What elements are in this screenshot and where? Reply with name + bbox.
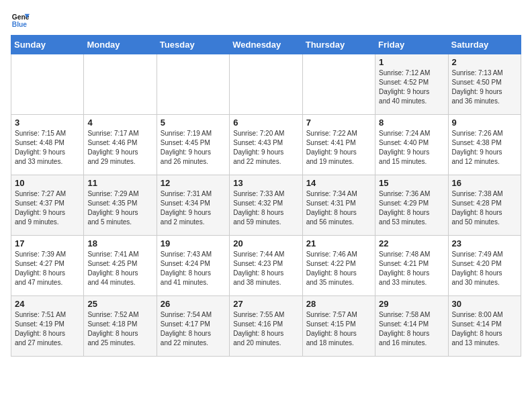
day-cell: 4Sunrise: 7:17 AM Sunset: 4:46 PM Daylig…	[84, 115, 157, 175]
header-cell-monday: Monday	[84, 36, 157, 54]
day-number: 19	[161, 238, 226, 248]
day-info: Sunrise: 7:46 AM Sunset: 4:22 PM Dayligh…	[306, 250, 371, 287]
day-info: Sunrise: 7:39 AM Sunset: 4:27 PM Dayligh…	[15, 250, 80, 287]
day-info: Sunrise: 7:13 AM Sunset: 4:50 PM Dayligh…	[452, 68, 517, 106]
header-cell-friday: Friday	[375, 36, 448, 54]
day-number: 24	[15, 299, 80, 309]
day-number: 14	[306, 178, 371, 188]
day-number: 17	[15, 238, 80, 248]
day-cell: 22Sunrise: 7:48 AM Sunset: 4:21 PM Dayli…	[375, 236, 448, 296]
day-number: 22	[379, 238, 444, 248]
day-info: Sunrise: 7:44 AM Sunset: 4:23 PM Dayligh…	[233, 250, 298, 287]
day-info: Sunrise: 7:24 AM Sunset: 4:40 PM Dayligh…	[379, 129, 444, 167]
day-cell: 13Sunrise: 7:33 AM Sunset: 4:32 PM Dayli…	[230, 175, 302, 236]
day-cell: 6Sunrise: 7:20 AM Sunset: 4:43 PM Daylig…	[230, 115, 302, 175]
calendar-body: 1Sunrise: 7:12 AM Sunset: 4:52 PM Daylig…	[11, 54, 521, 357]
week-row-4: 17Sunrise: 7:39 AM Sunset: 4:27 PM Dayli…	[11, 236, 521, 296]
day-number: 29	[379, 299, 444, 309]
day-cell: 17Sunrise: 7:39 AM Sunset: 4:27 PM Dayli…	[11, 236, 84, 296]
day-info: Sunrise: 7:12 AM Sunset: 4:52 PM Dayligh…	[379, 68, 444, 106]
day-number: 3	[15, 118, 80, 128]
day-info: Sunrise: 7:58 AM Sunset: 4:14 PM Dayligh…	[379, 310, 444, 348]
day-cell: 12Sunrise: 7:31 AM Sunset: 4:34 PM Dayli…	[157, 175, 229, 236]
week-row-3: 10Sunrise: 7:27 AM Sunset: 4:37 PM Dayli…	[11, 175, 521, 236]
day-cell	[84, 54, 157, 115]
day-number: 23	[452, 238, 517, 248]
header-row: SundayMondayTuesdayWednesdayThursdayFrid…	[11, 36, 521, 54]
day-number: 5	[161, 118, 226, 128]
day-info: Sunrise: 7:26 AM Sunset: 4:38 PM Dayligh…	[452, 129, 517, 167]
day-cell: 20Sunrise: 7:44 AM Sunset: 4:23 PM Dayli…	[230, 236, 302, 296]
week-row-5: 24Sunrise: 7:51 AM Sunset: 4:19 PM Dayli…	[11, 296, 521, 357]
day-cell: 7Sunrise: 7:22 AM Sunset: 4:41 PM Daylig…	[302, 115, 375, 175]
day-info: Sunrise: 7:27 AM Sunset: 4:37 PM Dayligh…	[15, 189, 80, 227]
day-number: 27	[233, 299, 298, 309]
day-number: 12	[161, 178, 226, 188]
day-info: Sunrise: 7:57 AM Sunset: 4:15 PM Dayligh…	[306, 310, 371, 348]
day-number: 21	[306, 238, 371, 248]
day-cell: 21Sunrise: 7:46 AM Sunset: 4:22 PM Dayli…	[302, 236, 375, 296]
day-number: 4	[87, 118, 152, 128]
header-cell-saturday: Saturday	[448, 36, 521, 54]
day-number: 7	[306, 118, 371, 128]
day-info: Sunrise: 7:36 AM Sunset: 4:29 PM Dayligh…	[379, 189, 444, 227]
day-info: Sunrise: 8:00 AM Sunset: 4:14 PM Dayligh…	[452, 310, 517, 348]
day-number: 26	[161, 299, 226, 309]
day-cell: 14Sunrise: 7:34 AM Sunset: 4:31 PM Dayli…	[302, 175, 375, 236]
day-info: Sunrise: 7:34 AM Sunset: 4:31 PM Dayligh…	[306, 189, 371, 227]
day-number: 18	[87, 238, 152, 248]
day-number: 30	[452, 299, 517, 309]
day-info: Sunrise: 7:20 AM Sunset: 4:43 PM Dayligh…	[233, 129, 298, 167]
day-number: 25	[87, 299, 152, 309]
day-cell: 26Sunrise: 7:54 AM Sunset: 4:17 PM Dayli…	[157, 296, 229, 357]
day-cell	[11, 54, 84, 115]
header-cell-wednesday: Wednesday	[230, 36, 302, 54]
day-cell: 28Sunrise: 7:57 AM Sunset: 4:15 PM Dayli…	[302, 296, 375, 357]
page-header: General Blue	[11, 11, 521, 30]
day-info: Sunrise: 7:51 AM Sunset: 4:19 PM Dayligh…	[15, 310, 80, 348]
day-number: 10	[15, 178, 80, 188]
day-number: 1	[379, 57, 444, 67]
day-cell: 15Sunrise: 7:36 AM Sunset: 4:29 PM Dayli…	[375, 175, 448, 236]
day-cell: 2Sunrise: 7:13 AM Sunset: 4:50 PM Daylig…	[448, 54, 521, 115]
day-cell: 27Sunrise: 7:55 AM Sunset: 4:16 PM Dayli…	[230, 296, 302, 357]
calendar-header: SundayMondayTuesdayWednesdayThursdayFrid…	[11, 36, 521, 54]
day-info: Sunrise: 7:41 AM Sunset: 4:25 PM Dayligh…	[87, 250, 152, 287]
week-row-2: 3Sunrise: 7:15 AM Sunset: 4:48 PM Daylig…	[11, 115, 521, 175]
week-row-1: 1Sunrise: 7:12 AM Sunset: 4:52 PM Daylig…	[11, 54, 521, 115]
day-info: Sunrise: 7:19 AM Sunset: 4:45 PM Dayligh…	[161, 129, 226, 167]
day-cell: 19Sunrise: 7:43 AM Sunset: 4:24 PM Dayli…	[157, 236, 229, 296]
logo: General Blue	[11, 11, 32, 30]
svg-text:Blue: Blue	[12, 21, 28, 28]
day-number: 11	[87, 178, 152, 188]
day-cell: 24Sunrise: 7:51 AM Sunset: 4:19 PM Dayli…	[11, 296, 84, 357]
day-cell: 8Sunrise: 7:24 AM Sunset: 4:40 PM Daylig…	[375, 115, 448, 175]
day-info: Sunrise: 7:54 AM Sunset: 4:17 PM Dayligh…	[161, 310, 226, 348]
day-cell: 11Sunrise: 7:29 AM Sunset: 4:35 PM Dayli…	[84, 175, 157, 236]
day-info: Sunrise: 7:31 AM Sunset: 4:34 PM Dayligh…	[161, 189, 226, 227]
day-cell: 3Sunrise: 7:15 AM Sunset: 4:48 PM Daylig…	[11, 115, 84, 175]
day-number: 13	[233, 178, 298, 188]
header-cell-thursday: Thursday	[302, 36, 375, 54]
day-cell: 30Sunrise: 8:00 AM Sunset: 4:14 PM Dayli…	[448, 296, 521, 357]
calendar-table: SundayMondayTuesdayWednesdayThursdayFrid…	[11, 35, 521, 357]
day-info: Sunrise: 7:52 AM Sunset: 4:18 PM Dayligh…	[87, 310, 152, 348]
day-info: Sunrise: 7:48 AM Sunset: 4:21 PM Dayligh…	[379, 250, 444, 287]
day-info: Sunrise: 7:55 AM Sunset: 4:16 PM Dayligh…	[233, 310, 298, 348]
logo-icon: General Blue	[11, 11, 30, 30]
day-cell	[302, 54, 375, 115]
day-cell: 9Sunrise: 7:26 AM Sunset: 4:38 PM Daylig…	[448, 115, 521, 175]
day-cell	[157, 54, 229, 115]
day-number: 28	[306, 299, 371, 309]
day-cell	[230, 54, 302, 115]
header-cell-sunday: Sunday	[11, 36, 84, 54]
day-info: Sunrise: 7:15 AM Sunset: 4:48 PM Dayligh…	[15, 129, 80, 167]
day-cell: 5Sunrise: 7:19 AM Sunset: 4:45 PM Daylig…	[157, 115, 229, 175]
day-info: Sunrise: 7:22 AM Sunset: 4:41 PM Dayligh…	[306, 129, 371, 167]
day-number: 16	[452, 178, 517, 188]
day-cell: 16Sunrise: 7:38 AM Sunset: 4:28 PM Dayli…	[448, 175, 521, 236]
day-cell: 25Sunrise: 7:52 AM Sunset: 4:18 PM Dayli…	[84, 296, 157, 357]
day-info: Sunrise: 7:17 AM Sunset: 4:46 PM Dayligh…	[87, 129, 152, 167]
day-number: 8	[379, 118, 444, 128]
day-info: Sunrise: 7:49 AM Sunset: 4:20 PM Dayligh…	[452, 250, 517, 287]
